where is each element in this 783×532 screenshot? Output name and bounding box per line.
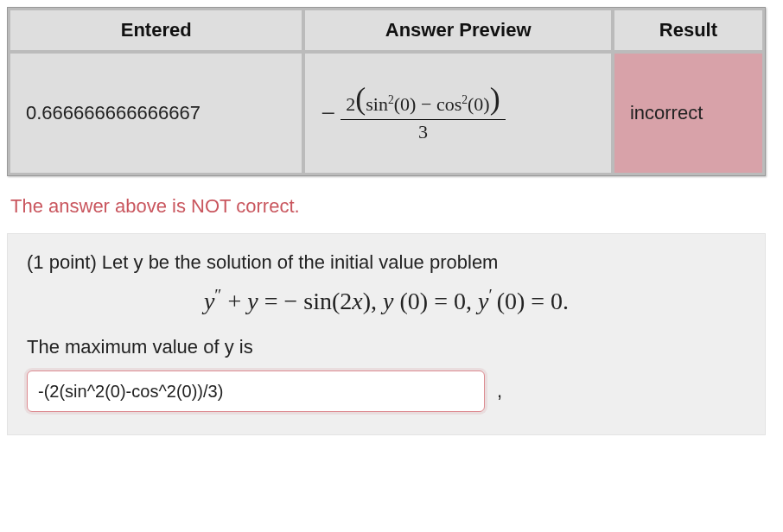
- col-header-result: Result: [614, 10, 763, 51]
- problem-intro: (1 point) Let y be the solution of the i…: [27, 251, 746, 274]
- eq-equals: =: [258, 288, 284, 314]
- prompt-text: The maximum value of y is: [27, 336, 746, 358]
- minus-op: −: [416, 93, 436, 115]
- result-cell: incorrect: [614, 53, 763, 174]
- points-label: (1 point): [27, 251, 102, 273]
- num-coef: 2: [346, 93, 355, 115]
- eq-y1: y: [204, 288, 214, 314]
- eq-plus: +: [222, 288, 248, 314]
- eq-close: ),: [363, 288, 383, 314]
- open-paren: (: [355, 81, 366, 116]
- cos-arg: (0): [468, 93, 490, 115]
- eq-ic1-arg: (0) = 0,: [400, 288, 478, 314]
- eq-y2: y: [247, 288, 258, 314]
- trailing-comma: ,: [493, 380, 502, 402]
- eq-prime: ′: [488, 286, 496, 304]
- entered-cell: 0.666666666666667: [10, 53, 302, 174]
- preview-cell: − 2(sin2(0) − cos2(0)) 3: [304, 53, 612, 174]
- sin-arg: (0): [394, 93, 417, 115]
- sin-base: sin: [366, 93, 388, 115]
- cos-base: cos: [436, 93, 462, 115]
- feedback-message: The answer above is NOT correct.: [10, 195, 776, 218]
- eq-neg: −: [284, 288, 304, 314]
- table-row: 0.666666666666667 − 2(sin2(0) − cos2(0))…: [10, 53, 763, 174]
- equation: y″ + y = − sin(2x), y (0) = 0, y′ (0) = …: [27, 286, 746, 315]
- answer-input[interactable]: [27, 370, 485, 412]
- eq-sin: sin(2: [303, 288, 352, 314]
- table-header-row: Entered Answer Preview Result: [10, 10, 763, 51]
- eq-ic1-y: y: [383, 288, 399, 314]
- negative-sign: −: [321, 98, 341, 128]
- fraction-numerator: 2(sin2(0) − cos2(0)): [341, 84, 505, 120]
- eq-dprime: ″: [214, 286, 221, 304]
- eq-ic2-arg: (0) = 0.: [497, 288, 569, 314]
- col-header-entered: Entered: [10, 10, 302, 51]
- fraction-denominator: 3: [341, 119, 505, 142]
- cos-exp: 2: [462, 92, 468, 105]
- close-paren: ): [490, 81, 500, 116]
- intro-text: Let y be the solution of the initial val…: [102, 251, 499, 273]
- sin-exp: 2: [388, 92, 394, 105]
- problem-box: (1 point) Let y be the solution of the i…: [7, 233, 766, 435]
- eq-x: x: [352, 288, 362, 314]
- fraction: 2(sin2(0) − cos2(0)) 3: [341, 84, 505, 143]
- results-table: Entered Answer Preview Result 0.66666666…: [7, 7, 766, 176]
- answer-row: ,: [27, 370, 746, 412]
- eq-ic2-y: y: [478, 288, 488, 314]
- col-header-preview: Answer Preview: [304, 10, 612, 51]
